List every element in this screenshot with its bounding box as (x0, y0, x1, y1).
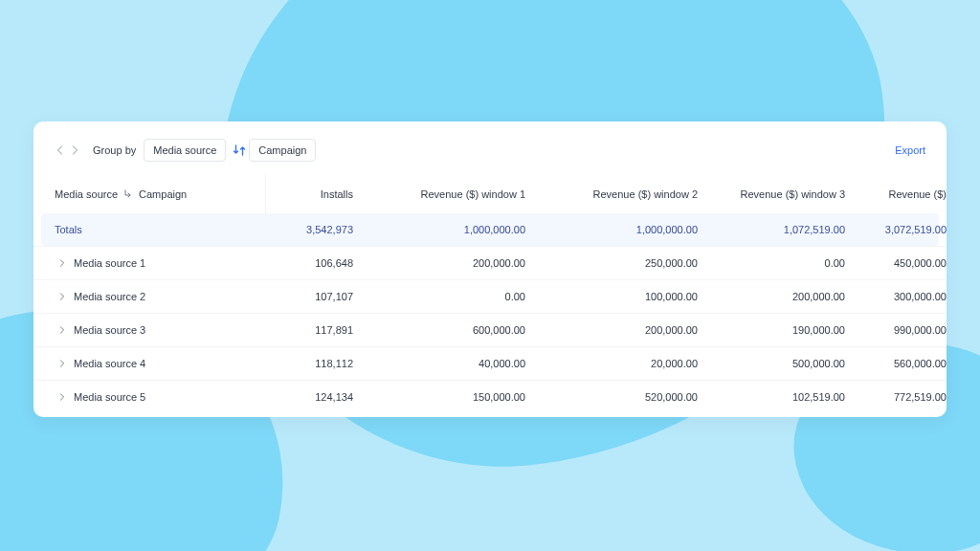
row-rev-w2: 100,000.00 (543, 291, 715, 302)
row-rev: 450,000.00 (862, 257, 968, 269)
row-rev-w3: 0.00 (715, 257, 862, 269)
col-header-text: Media source (55, 188, 118, 200)
row-label: Media source 1 (74, 257, 145, 269)
row-label: Media source 4 (74, 358, 145, 369)
report-card: Group by Media source Campaign Export Me… (33, 121, 947, 417)
groupby-chip-campaign[interactable]: Campaign (249, 139, 316, 162)
expand-row-icon[interactable] (58, 393, 66, 401)
swap-icon[interactable] (232, 143, 247, 158)
row-label: Media source 2 (74, 291, 145, 302)
row-installs: 124,134 (246, 391, 370, 403)
row-rev-w1: 600,000.00 (370, 324, 543, 336)
table-header: Media source Campaign Installs Revenue (… (33, 177, 947, 213)
hierarchy-down-icon (123, 189, 133, 199)
chip-text: Media source (153, 144, 216, 156)
nav-arrows (55, 145, 79, 155)
table-row: Media source 1 106,648 200,000.00 250,00… (33, 246, 947, 279)
table-row: Media source 4 118,112 40,000.00 20,000.… (33, 346, 947, 380)
row-rev: 300,000.00 (862, 291, 968, 302)
row-rev-w3: 190,000.00 (715, 324, 862, 336)
row-rev: 560,000.00 (862, 358, 968, 369)
col-header-rev-total[interactable]: Revenue ($) (862, 188, 968, 200)
totals-rev-w1: 1,000,000.00 (370, 224, 543, 235)
header-divider (265, 175, 266, 213)
chip-text: Campaign (258, 144, 306, 156)
row-installs: 117,891 (246, 324, 370, 336)
row-rev: 990,000.00 (862, 324, 968, 336)
expand-row-icon[interactable] (58, 326, 66, 334)
row-rev-w1: 40,000.00 (370, 358, 543, 369)
row-rev-w2: 520,000.00 (543, 391, 715, 403)
row-label: Media source 5 (74, 391, 145, 403)
row-installs: 107,107 (246, 291, 370, 302)
row-rev-w3: 500,000.00 (715, 358, 862, 369)
col-header-rev-w1[interactable]: Revenue ($) window 1 (370, 188, 543, 200)
totals-rev-w2: 1,000,000.00 (543, 224, 715, 235)
row-rev-w3: 200,000.00 (715, 291, 862, 302)
row-rev-w1: 200,000.00 (370, 257, 543, 269)
table-row: Media source 2 107,107 0.00 100,000.00 2… (33, 279, 947, 313)
expand-row-icon[interactable] (58, 360, 66, 367)
totals-row: Totals 3,542,973 1,000,000.00 1,000,000.… (41, 213, 939, 246)
row-label: Media source 3 (74, 324, 145, 336)
data-table: Media source Campaign Installs Revenue (… (33, 177, 947, 413)
totals-installs: 3,542,973 (246, 224, 370, 235)
table-body: Totals 3,542,973 1,000,000.00 1,000,000.… (33, 213, 947, 413)
row-installs: 106,648 (246, 257, 370, 269)
row-rev-w1: 0.00 (370, 291, 543, 302)
totals-rev-w3: 1,072,519.00 (715, 224, 862, 235)
groupby-label: Group by (93, 144, 136, 156)
export-button[interactable]: Export (895, 144, 925, 156)
col-header-grouping[interactable]: Media source Campaign (55, 188, 246, 200)
totals-rev: 3,072,519.00 (862, 224, 968, 235)
toolbar: Group by Media source Campaign Export (33, 121, 947, 177)
row-rev-w3: 102,519.00 (715, 391, 862, 403)
col-header-rev-w3[interactable]: Revenue ($) window 3 (715, 188, 862, 200)
col-header-rev-w2[interactable]: Revenue ($) window 2 (543, 188, 715, 200)
row-rev-w2: 250,000.00 (543, 257, 715, 269)
col-header-text-b: Campaign (139, 188, 187, 200)
expand-row-icon[interactable] (58, 293, 66, 300)
expand-row-icon[interactable] (58, 259, 66, 267)
table-row: Media source 3 117,891 600,000.00 200,00… (33, 313, 947, 346)
totals-label: Totals (55, 224, 246, 235)
row-rev-w2: 20,000.00 (543, 358, 715, 369)
nav-forward-icon[interactable] (70, 145, 79, 155)
table-row: Media source 5 124,134 150,000.00 520,00… (33, 380, 947, 413)
groupby-chip-media-source[interactable]: Media source (144, 139, 226, 162)
row-installs: 118,112 (246, 358, 370, 369)
nav-back-icon[interactable] (55, 145, 64, 155)
row-rev: 772,519.00 (862, 391, 968, 403)
row-rev-w1: 150,000.00 (370, 391, 543, 403)
row-rev-w2: 200,000.00 (543, 324, 715, 336)
